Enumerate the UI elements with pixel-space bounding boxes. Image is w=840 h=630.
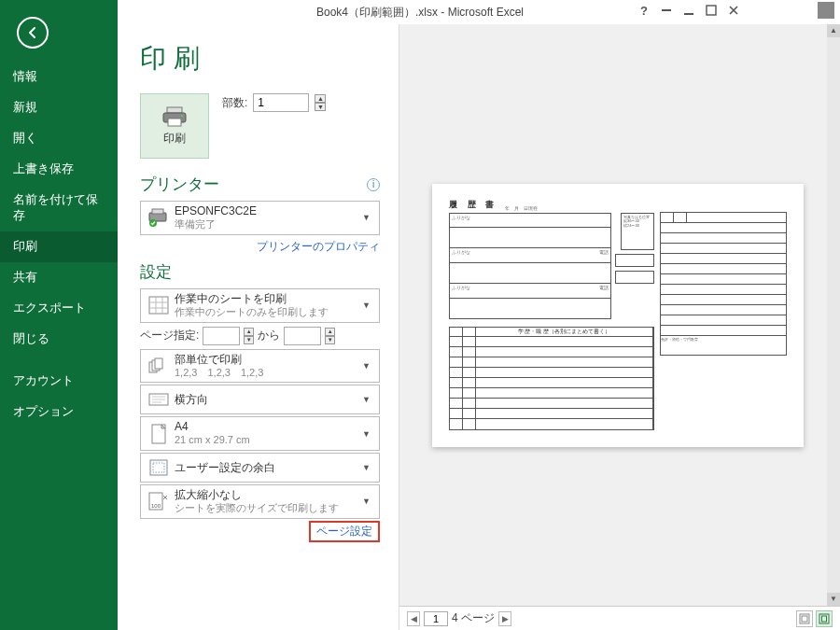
margins-selector[interactable]: ユーザー設定の余白 ▼ [140,453,380,483]
printer-icon [161,106,188,127]
page-setup-link[interactable]: ページ設定 [309,521,380,542]
signed-in-user [753,4,805,18]
printer-status: 準備完了 [175,218,362,231]
printer-section-heading: プリンター [140,174,219,195]
svg-rect-32 [802,616,807,622]
photo-box: 写真をはる位置縦36〜40横24〜30 [621,213,654,250]
ribbon-options-button[interactable] [658,2,675,19]
svg-rect-3 [684,13,693,15]
copies-down[interactable]: ▼ [315,103,326,111]
margins-icon [147,456,171,479]
window-title: Book4（印刷範囲）.xlsx - Microsoft Excel [316,5,524,21]
scaling-icon: 100 [147,490,171,512]
scroll-up[interactable]: ▲ [827,24,840,37]
total-pages-label: 4 ページ [452,610,495,626]
svg-rect-4 [707,6,716,15]
help-button[interactable]: ? [636,2,652,19]
paper-size-selector[interactable]: A4 21 cm x 29.7 cm ▼ [140,416,380,451]
print-button-label: 印刷 [163,131,186,147]
pages-from-up[interactable]: ▲ [244,328,254,336]
nav-save-as[interactable]: 名前を付けて保存 [0,185,118,231]
collate-icon [147,355,171,377]
sheet-icon [147,294,171,316]
printer-selector[interactable]: EPSONFC3C2E 準備完了 ▼ [140,201,380,235]
prev-page-button[interactable]: ◀ [407,611,420,626]
nav-account[interactable]: アカウント [0,366,118,397]
chevron-down-icon: ▼ [362,213,375,222]
backstage-main: 印刷 印刷 部数: ▲ ▼ プリンター i E [118,24,840,630]
pages-from-down[interactable]: ▼ [244,336,254,344]
orientation-icon [147,388,171,411]
svg-point-10 [181,114,183,116]
preview-scrollbar[interactable]: ▲ ▼ [827,24,840,606]
orientation-selector[interactable]: 横方向 ▼ [140,385,380,414]
page-heading: 印刷 [140,41,380,77]
pages-to-label: から [258,328,280,343]
pages-to-input[interactable] [284,327,321,345]
zoom-to-page-button[interactable] [816,610,833,627]
print-what-selector[interactable]: 作業中のシートを印刷 作業中のシートのみを印刷します ▼ [140,288,380,323]
nav-open[interactable]: 開く [0,123,118,154]
doc-title: 履 歴 書 [449,199,497,211]
user-avatar[interactable] [818,2,834,19]
nav-export[interactable]: エクスポート [0,293,118,324]
minimize-button[interactable] [680,2,697,19]
printer-status-icon [147,206,171,229]
svg-rect-14 [149,297,168,314]
pages-to-down[interactable]: ▼ [325,336,335,344]
next-page-button[interactable]: ▶ [498,611,511,626]
preview-footer: ◀ 4 ページ ▶ [399,606,840,630]
back-button[interactable] [17,17,49,49]
preview-page: 履 歴 書 年 月 日現在 ふりがな ふりがな電話 ふりがな電話 [432,184,804,447]
print-preview-pane: 履 歴 書 年 月 日現在 ふりがな ふりがな電話 ふりがな電話 [399,24,840,630]
printer-properties-link[interactable]: プリンターのプロパティ [257,241,380,252]
title-bar: Book4（印刷範囲）.xlsx - Microsoft Excel ? [0,0,840,24]
current-page-input[interactable] [424,611,448,626]
pages-to-up[interactable]: ▲ [325,328,335,336]
maximize-button[interactable] [703,2,720,19]
show-margins-button[interactable] [796,610,813,627]
paper-icon [147,423,171,445]
close-button[interactable] [725,2,742,19]
backstage-sidebar: 情報 新規 開く 上書き保存 名前を付けて保存 印刷 共有 エクスポート 閉じる… [0,0,118,630]
nav-print[interactable]: 印刷 [0,231,118,262]
svg-rect-2 [662,9,671,11]
nav-close[interactable]: 閉じる [0,324,118,355]
print-settings-panel: 印刷 印刷 部数: ▲ ▼ プリンター i E [118,24,399,630]
history-table: 学 歴・職 歴（各別にまとめて書く） [449,327,654,430]
print-button[interactable]: 印刷 [140,93,209,159]
scaling-selector[interactable]: 100 拡大縮小なし シートを実際のサイズで印刷します ▼ [140,484,380,519]
scroll-down[interactable]: ▼ [827,593,840,606]
svg-rect-12 [152,209,163,214]
copies-label: 部数: [222,95,247,111]
nav-new[interactable]: 新規 [0,92,118,123]
collation-selector[interactable]: 部単位で印刷 1,2,3 1,2,3 1,2,3 ▼ [140,349,380,384]
svg-rect-7 [167,107,182,113]
svg-rect-9 [168,119,181,126]
copies-up[interactable]: ▲ [315,94,326,103]
copies-input[interactable] [253,93,309,112]
pages-label: ページ指定: [140,328,199,343]
printer-info-icon[interactable]: i [367,178,380,191]
nav-share[interactable]: 共有 [0,262,118,293]
pages-from-input[interactable] [203,327,240,345]
printer-name: EPSONFC3C2E [175,204,362,218]
svg-rect-34 [822,616,827,622]
nav-info[interactable]: 情報 [0,62,118,92]
svg-rect-21 [155,358,162,369]
nav-options[interactable]: オプション [0,397,118,427]
settings-section-heading: 設定 [140,261,172,283]
svg-text:100: 100 [151,503,161,509]
nav-save[interactable]: 上書き保存 [0,154,118,185]
